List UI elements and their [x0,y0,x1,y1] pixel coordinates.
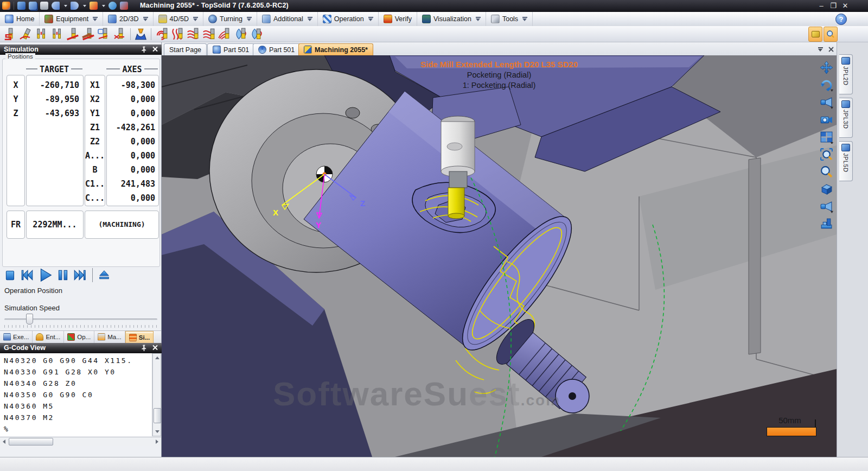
menu-item-equipment[interactable]: Equipment [40,12,103,26]
pocket-offset-icon[interactable] [186,27,200,41]
face-milling-icon[interactable] [81,27,96,41]
dropdown-arrow-icon[interactable] [308,17,312,21]
dropdown-arrow-icon[interactable] [368,17,373,21]
dropdown-arrow-icon[interactable] [476,17,481,21]
tab-start-page[interactable]: Start Page [164,43,207,55]
pocket-zigzag-icon[interactable] [201,27,216,41]
isometric-view-icon[interactable] [820,182,833,196]
gcode-vscrollbar[interactable] [152,353,161,436]
tab-execution[interactable]: Exe... [0,331,33,343]
tab-machining-2055[interactable]: Machining 2055* [298,43,373,55]
close-panel-icon[interactable] [152,344,158,351]
contouring-icon[interactable] [3,27,17,41]
side-tab-jpl5d[interactable]: JPL5D [839,141,853,181]
menu-item-additional[interactable]: Additional [257,12,318,26]
analyze-search-button[interactable] [824,27,838,42]
restore-button[interactable]: ❐ [829,2,838,10]
window-title: Machining 2055* - TopSolid 7 (7.6.205.0-… [140,2,289,9]
dropdown-arrow-icon[interactable] [143,17,148,21]
menu-item-2d3d[interactable]: 2D/3D [103,12,153,26]
side-tab-jpl2d[interactable]: JPL2D [839,54,853,94]
close-button[interactable]: ✕ [841,2,850,10]
hscroll-thumb[interactable] [9,438,53,445]
flank-milling-icon[interactable] [113,27,127,41]
menu-item-visualization[interactable]: Visualization [417,12,486,26]
tab-operations[interactable]: Op... [64,331,94,343]
previous-button[interactable] [20,268,34,282]
4d5d-icon [158,15,167,23]
gcode-panel-header[interactable]: G-Code View [0,343,162,353]
refresh-icon[interactable] [108,2,117,10]
pin-icon[interactable] [141,344,148,352]
zoom-icon[interactable] [820,165,833,179]
tab-machining[interactable]: Ma... [94,331,125,343]
menu-item-home[interactable]: Home [0,12,40,26]
document-options-icon[interactable] [120,2,128,10]
radial-finish-icon[interactable] [217,27,232,41]
save-icon[interactable] [17,2,25,10]
redo-caret[interactable] [83,5,86,7]
tab-part-501-a[interactable]: Part 501 [207,43,254,55]
close-document-icon[interactable] [828,46,834,53]
side-tab-jpl3d[interactable]: JPL3D [839,98,853,138]
pan-icon[interactable] [820,61,833,74]
vscroll-thumb[interactable] [154,408,161,423]
simulate-caret[interactable] [102,5,105,7]
print-icon[interactable] [40,2,48,10]
close-panel-icon[interactable] [152,46,158,53]
pocket-parallel-icon[interactable] [170,27,184,41]
help-icon[interactable]: ? [835,14,847,25]
save-all-icon[interactable] [29,2,37,10]
undo-icon[interactable] [52,2,60,10]
coolant-drop-icon[interactable] [248,27,263,41]
tab-simulation[interactable]: Si... [125,331,154,343]
gcode-hscrollbar[interactable] [0,437,161,446]
next-button[interactable] [73,268,87,282]
probe-icon[interactable] [133,27,148,41]
tab-part-501-b[interactable]: Part 501 [253,43,300,55]
pause-button[interactable] [56,268,70,282]
render-light-icon[interactable] [820,200,833,213]
pocket-spiral-icon[interactable] [154,27,169,41]
redo-icon[interactable] [71,2,79,10]
spotlight-icon[interactable] [820,96,833,109]
scroll-left-icon[interactable] [3,440,5,444]
pin-icon[interactable] [141,46,148,53]
hand-finish-icon[interactable] [97,27,112,41]
dropdown-arrow-icon[interactable] [93,17,98,21]
ramp-milling-icon[interactable] [66,27,80,41]
camera-icon[interactable] [820,113,833,126]
eject-button[interactable] [98,269,110,281]
machine-view-icon[interactable] [820,217,833,231]
gcode-view[interactable]: N40320 G0 G90 G44 X115. N40330 G91 G28 X… [0,353,152,436]
menu-item-tools[interactable]: Tools [486,12,533,26]
minimize-button[interactable]: – [817,2,826,10]
scroll-down-icon[interactable] [155,430,159,433]
dropdown-arrow-icon[interactable] [247,17,252,21]
simulate-icon[interactable] [90,2,98,10]
drilling-pair-2-icon[interactable] [50,27,65,41]
menu-item-turning[interactable]: Turning [203,12,257,26]
play-button[interactable] [37,267,53,283]
dropdown-arrow-icon[interactable] [522,17,527,21]
scroll-right-icon[interactable] [156,440,158,444]
drilling-pair-icon[interactable] [34,27,49,41]
tab-overflow-icon[interactable] [818,46,823,53]
3d-viewport[interactable]: X Y Z Side Mill Extended Length D20 L35 … [162,55,837,457]
coolant-sweep-icon[interactable] [233,27,247,41]
menu-item-operation[interactable]: Operation [318,12,379,26]
undo-caret[interactable] [64,5,67,7]
speed-slider-thumb[interactable] [26,314,33,324]
viewport-layout-icon[interactable] [820,130,833,144]
zoom-window-icon[interactable] [820,148,833,161]
lead-in-icon[interactable] [18,27,33,41]
tag-filter-button[interactable] [808,27,822,42]
equipment-icon [44,15,53,23]
menu-item-4d5d[interactable]: 4D/5D [154,12,203,26]
tab-entities[interactable]: Ent... [33,331,64,343]
orbit-icon[interactable] [820,78,833,92]
dropdown-arrow-icon[interactable] [193,17,198,21]
stop-button[interactable] [3,268,17,282]
menu-item-verify[interactable]: Verify [379,12,417,26]
scroll-up-icon[interactable] [155,357,159,359]
